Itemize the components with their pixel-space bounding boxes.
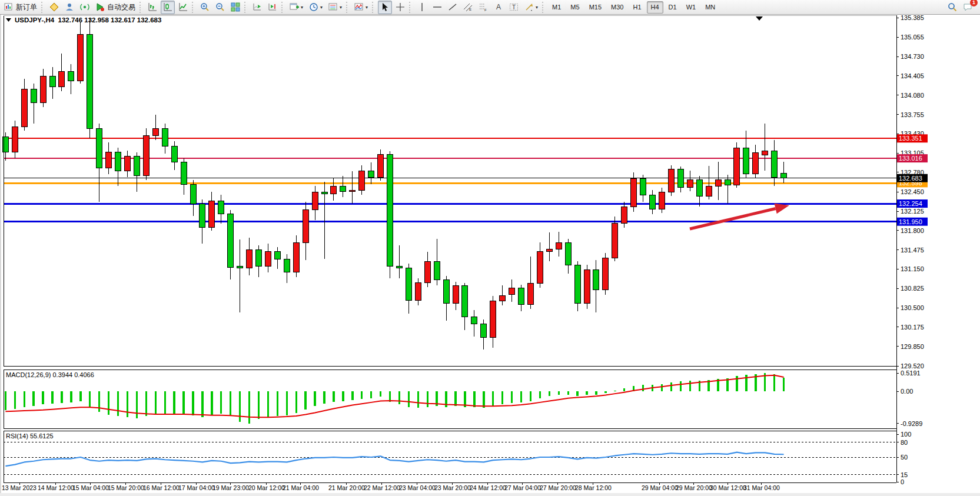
label-button[interactable]: T bbox=[507, 1, 521, 14]
macd-axis-tick: 0.5191 bbox=[901, 369, 921, 377]
candle bbox=[612, 224, 618, 258]
new-chart-button[interactable]: ▾ bbox=[287, 1, 305, 14]
candle bbox=[368, 171, 374, 177]
line-chart-button[interactable] bbox=[176, 1, 190, 14]
time-label: 27 Mar 04:00 bbox=[504, 484, 541, 491]
zoom-out-button[interactable] bbox=[213, 1, 227, 14]
signal-icon bbox=[80, 2, 89, 12]
zoom-in-button[interactable] bbox=[198, 1, 212, 14]
line-chart-icon bbox=[178, 2, 188, 12]
candle bbox=[490, 301, 496, 338]
candle bbox=[434, 261, 440, 279]
price-tick: 132.125 bbox=[901, 208, 924, 215]
auto-scroll-button[interactable] bbox=[250, 1, 264, 14]
search-button[interactable] bbox=[945, 1, 959, 14]
window-left-edge bbox=[0, 15, 1, 496]
vline-button[interactable] bbox=[415, 1, 429, 14]
period-button[interactable]: ▾ bbox=[307, 1, 325, 14]
time-label: 30 Mar 12:00 bbox=[710, 484, 746, 491]
toolbar-separator bbox=[139, 2, 144, 13]
price-tick: 134.405 bbox=[901, 72, 924, 79]
price-tick: 129.520 bbox=[901, 362, 924, 369]
indicators-button[interactable]: ▾ bbox=[352, 1, 370, 14]
time-label: 17 Mar 04:00 bbox=[178, 484, 215, 491]
cursor-button[interactable] bbox=[378, 1, 392, 14]
timeframe-d1-button[interactable]: D1 bbox=[665, 1, 681, 14]
candle bbox=[565, 242, 571, 265]
notifications-button[interactable]: 1 bbox=[961, 1, 975, 14]
rsi-axis-tick: 100 bbox=[901, 431, 911, 438]
time-label: 21 Mar 20:00 bbox=[328, 484, 365, 491]
arrows-button[interactable]: ▾ bbox=[522, 1, 540, 14]
trendline-button[interactable] bbox=[446, 1, 460, 14]
rsi-pane-divider[interactable] bbox=[0, 442, 896, 447]
time-label: 14 Mar 12:00 bbox=[38, 484, 74, 491]
bar-chart-button[interactable] bbox=[145, 1, 160, 14]
profile-button[interactable] bbox=[62, 1, 77, 14]
candle bbox=[387, 155, 393, 267]
chart-plot-area[interactable]: USDJPY-,H4 132.746 132.958 132.617 132.6… bbox=[0, 15, 980, 496]
candle bbox=[200, 204, 205, 227]
cursor-icon bbox=[380, 2, 390, 12]
candle bbox=[509, 288, 515, 295]
terminal-window: 新订单自动交易▾▾▾▾EFAT▾M1M5M15M30H1H4D1W1MN1 US… bbox=[0, 0, 980, 496]
price-tick: 130.825 bbox=[901, 285, 924, 292]
candle bbox=[218, 201, 224, 214]
price-tick: 135.055 bbox=[901, 34, 924, 41]
timeframe-m5-button[interactable]: M5 bbox=[566, 1, 583, 14]
time-label: 31 Mar 04:00 bbox=[743, 484, 780, 491]
candle bbox=[265, 251, 271, 266]
candle bbox=[584, 269, 590, 303]
channel-button[interactable]: E bbox=[461, 1, 475, 14]
candle bbox=[519, 288, 524, 304]
candle bbox=[303, 210, 308, 243]
candle bbox=[677, 169, 683, 187]
signals-button[interactable] bbox=[78, 1, 92, 14]
timeframe-m30-button[interactable]: M30 bbox=[607, 1, 627, 14]
template-button[interactable]: ▾ bbox=[326, 1, 344, 14]
chart-shift-button[interactable] bbox=[265, 1, 280, 14]
toolbar-separator bbox=[542, 2, 546, 13]
tile-windows-icon bbox=[231, 2, 240, 12]
candle bbox=[500, 296, 506, 301]
timeframe-h1-button[interactable]: H1 bbox=[629, 1, 645, 14]
macd-pane-divider[interactable] bbox=[0, 380, 896, 384]
auto-scroll-icon bbox=[253, 2, 262, 12]
candle bbox=[31, 89, 36, 103]
price-tag-label: 133.351 bbox=[899, 135, 922, 142]
timeframe-w1-button[interactable]: W1 bbox=[682, 1, 700, 14]
candle bbox=[574, 265, 580, 303]
candle-chart-button[interactable] bbox=[161, 1, 175, 14]
candle bbox=[424, 261, 430, 282]
candle bbox=[453, 286, 459, 303]
svg-text:A: A bbox=[496, 3, 501, 11]
market-watch-button[interactable] bbox=[47, 1, 61, 14]
timeframe-m15-button[interactable]: M15 bbox=[585, 1, 606, 14]
candle bbox=[696, 179, 702, 196]
hline-button[interactable] bbox=[430, 1, 444, 14]
time-label: 23 Mar 04:00 bbox=[399, 484, 436, 491]
auto-play-icon bbox=[95, 2, 105, 12]
price-tag-label: 133.016 bbox=[899, 155, 922, 162]
chevron-down-icon: ▾ bbox=[301, 5, 303, 10]
new-order-button[interactable]: 新订单 bbox=[2, 1, 39, 14]
crosshair-button[interactable] bbox=[393, 1, 407, 14]
candle bbox=[97, 128, 102, 168]
chart-window: USDJPY-,H4 132.746 132.958 132.617 132.6… bbox=[0, 15, 980, 496]
fibonacci-button[interactable]: F bbox=[476, 1, 490, 14]
auto-trading-button[interactable]: 自动交易 bbox=[93, 1, 138, 14]
candle bbox=[715, 179, 721, 186]
toolbar-separator bbox=[192, 2, 196, 13]
timeframe-h4-button[interactable]: H4 bbox=[647, 1, 663, 14]
bar-chart-icon bbox=[148, 2, 157, 12]
candle bbox=[687, 179, 693, 187]
tile-windows-button[interactable] bbox=[228, 1, 242, 14]
candle bbox=[78, 35, 84, 81]
timeframe-mn-button[interactable]: MN bbox=[701, 1, 719, 14]
svg-text:F: F bbox=[484, 8, 487, 12]
timeframe-m1-button[interactable]: M1 bbox=[548, 1, 565, 14]
candle bbox=[631, 178, 637, 207]
text-button[interactable]: A bbox=[491, 1, 506, 14]
time-label: 29 Mar 04:00 bbox=[642, 484, 678, 491]
time-label: 15 Mar 04:00 bbox=[72, 484, 109, 491]
